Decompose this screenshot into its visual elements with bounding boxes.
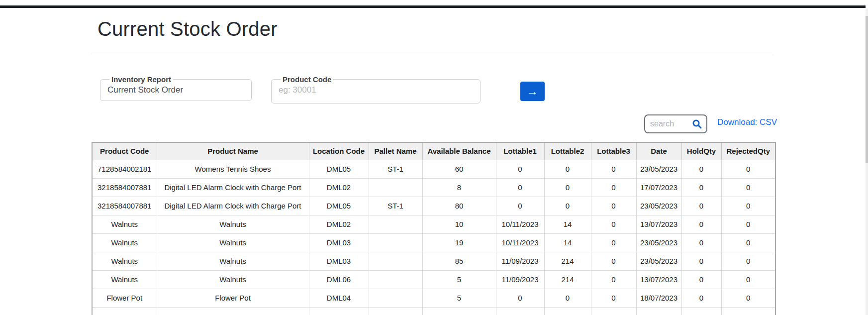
table-cell: 0: [544, 289, 591, 307]
table-cell: Digital LED Alarm Clock with Charge Port: [157, 178, 309, 197]
table-cell: 18/07/2023: [636, 289, 681, 307]
table-cell: 0: [681, 289, 721, 307]
table-cell: 23/05/2023: [636, 160, 681, 178]
inventory-report-field: Inventory Report: [100, 75, 252, 101]
table-cell: 23/05/2023: [636, 252, 681, 270]
table-row: WalnutsWalnutsDML06511/09/2023214013/07/…: [92, 270, 775, 289]
table-cell: [369, 307, 422, 315]
table-cell: 0: [721, 178, 775, 197]
column-header: Product Name: [157, 142, 309, 160]
table-cell: 0: [591, 160, 636, 178]
table-row: WalnutsWalnutsDML031910/11/202314023/05/…: [92, 233, 775, 252]
table-cell: DML05: [309, 197, 369, 215]
table-cell: ST-1: [369, 160, 422, 178]
table-cell: 0: [591, 252, 636, 270]
table-head-row: Product CodeProduct NameLocation CodePal…: [92, 142, 775, 160]
table-cell: 0: [544, 197, 591, 215]
table-cell: [544, 307, 591, 315]
table-cell: [681, 307, 721, 315]
table-cell: Digital LED Alarm Clock with Charge Port: [157, 197, 309, 215]
table-cell: 0: [681, 270, 721, 289]
product-code-label: Product Code: [281, 75, 333, 84]
table-cell: 14: [544, 233, 591, 252]
column-header: Lottable3: [591, 142, 636, 160]
table-cell: 0: [544, 160, 591, 178]
table-cell: [369, 178, 422, 197]
table-cell: Walnuts: [157, 233, 309, 252]
table-cell: 0: [496, 160, 544, 178]
table-cell: 0: [591, 215, 636, 233]
table-cell: DML06: [309, 270, 369, 289]
table-cell: ST-1: [369, 197, 422, 215]
submit-button[interactable]: →: [520, 82, 545, 101]
table-cell: [309, 307, 369, 315]
column-header: Pallet Name: [369, 142, 422, 160]
table-cell: 0: [496, 178, 544, 197]
product-code-field: Product Code: [271, 75, 481, 104]
search-icon[interactable]: [692, 119, 702, 129]
column-header: RejectedQty: [721, 142, 775, 160]
table-cell: [369, 289, 422, 307]
table-cell: 0: [544, 178, 591, 197]
table-cell: 0: [591, 270, 636, 289]
table-cell: DML05: [309, 160, 369, 178]
table-cell: Flower Pot: [157, 289, 309, 307]
table-cell: 10/11/2023: [496, 233, 544, 252]
table-cell: 3218584007881: [92, 178, 157, 197]
table-cell: DML02: [309, 215, 369, 233]
table-cell: DML02: [309, 178, 369, 197]
vertical-scrollbar-track[interactable]: [866, 8, 868, 315]
table-cell: 0: [681, 215, 721, 233]
table-row: Flower PotFlower PotDML04500018/07/20230…: [92, 289, 775, 307]
table-cell: 3218584007881: [92, 197, 157, 215]
table-cell: [92, 307, 157, 315]
table-cell: 7128584002181: [92, 160, 157, 178]
table-cell: 0: [681, 233, 721, 252]
table-row: 3218584007881Digital LED Alarm Clock wit…: [92, 197, 775, 215]
table-cell: DML03: [309, 252, 369, 270]
search-input[interactable]: [650, 119, 688, 128]
table-cell: 0: [681, 160, 721, 178]
table-cell: 0: [721, 160, 775, 178]
vertical-scrollbar-thumb[interactable]: [866, 16, 868, 163]
table-cell: 0: [591, 289, 636, 307]
product-code-input[interactable]: [278, 85, 474, 96]
table-cell: 8: [422, 178, 496, 197]
table-cell: DML04: [309, 289, 369, 307]
column-header: Lottable2: [544, 142, 591, 160]
table-cell: Walnuts: [92, 252, 157, 270]
table-cell: Walnuts: [157, 270, 309, 289]
column-header: HoldQty: [681, 142, 721, 160]
download-csv-link[interactable]: Download: CSV: [717, 117, 777, 127]
table-row: WalnutsWalnutsDML021010/11/202314013/07/…: [92, 215, 775, 233]
table-cell: 11/09/2023: [496, 252, 544, 270]
page-title: Current Stock Order: [97, 18, 278, 40]
table-cell: 0: [721, 289, 775, 307]
table-row: 7128584002181Womens Tennis ShoesDML05ST-…: [92, 160, 775, 178]
inventory-report-input[interactable]: [106, 85, 245, 96]
table-cell: 14: [544, 215, 591, 233]
column-header: Location Code: [309, 142, 369, 160]
table-cell: Womens Tennis Shoes: [157, 160, 309, 178]
table-cell: Walnuts: [92, 233, 157, 252]
table-cell: 0: [591, 197, 636, 215]
top-navbar-border: [0, 5, 866, 8]
table-cell: [721, 307, 775, 315]
table-cell: 0: [721, 215, 775, 233]
table-cell: 23/05/2023: [636, 197, 681, 215]
table-cell: [157, 307, 309, 315]
table-cell: 214: [544, 252, 591, 270]
table-cell: Walnuts: [92, 270, 157, 289]
column-header: Available Balance: [422, 142, 496, 160]
table-cell: 0: [721, 233, 775, 252]
table-cell: 0: [721, 270, 775, 289]
table-cell: 0: [681, 252, 721, 270]
table-cell: 13/07/2023: [636, 270, 681, 289]
table-cell: 0: [721, 252, 775, 270]
title-divider: [91, 54, 775, 54]
table-cell: 5: [422, 270, 496, 289]
table-cell: Walnuts: [157, 252, 309, 270]
table-cell: 19: [422, 233, 496, 252]
table-body: 7128584002181Womens Tennis ShoesDML05ST-…: [92, 160, 775, 315]
table-cell: [591, 307, 636, 315]
